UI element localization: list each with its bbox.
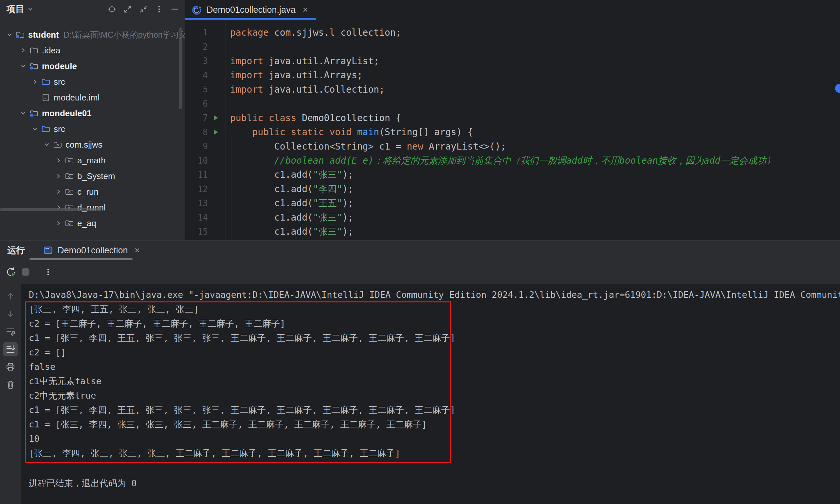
more-button[interactable] bbox=[153, 3, 166, 16]
chevron-down-icon[interactable] bbox=[30, 125, 40, 132]
tree-item-modeule[interactable]: modeule bbox=[0, 58, 185, 74]
tree-item-label: .idea bbox=[42, 46, 60, 56]
tree-item-label: src bbox=[54, 77, 65, 87]
line-number: 1 bbox=[185, 28, 208, 37]
tree-item-c_run[interactable]: c_run bbox=[0, 184, 185, 200]
code-line-1: 1package com.sjjws.l_collection; bbox=[185, 25, 840, 40]
tree-item-com.sjjws[interactable]: com.sjjws bbox=[0, 137, 185, 152]
line-number: 15 bbox=[185, 227, 208, 237]
chevron-right-icon[interactable] bbox=[54, 157, 64, 164]
project-tree-horizontal-scrollbar[interactable] bbox=[0, 208, 102, 211]
package-icon bbox=[52, 141, 64, 148]
clear-button[interactable] bbox=[3, 377, 18, 392]
locate-button[interactable] bbox=[105, 3, 119, 16]
scroll-to-end-button[interactable] bbox=[3, 342, 18, 356]
run-gutter-icon[interactable] bbox=[208, 114, 224, 122]
up-arrow-button[interactable] bbox=[3, 289, 18, 303]
tree-item-label: com.sjjws bbox=[66, 140, 103, 150]
editor-tab-demo01collection[interactable]: Demo01collection.java bbox=[185, 0, 316, 20]
line-number: 8 bbox=[185, 127, 208, 137]
code-line-12: 12 c1.add("李四"); bbox=[185, 182, 840, 196]
chevron-right-icon[interactable] bbox=[54, 220, 64, 227]
chevron-down-icon[interactable] bbox=[4, 31, 14, 38]
tree-item-src[interactable]: src bbox=[0, 121, 185, 137]
source-folder-icon bbox=[40, 78, 52, 86]
line-number: 5 bbox=[185, 85, 208, 94]
console-line: c1 = [张三, 李四, 王五, 张三, 张三, 张三, 王二麻子, 王二麻子… bbox=[29, 403, 840, 417]
toolbar-separator bbox=[37, 265, 37, 279]
console-line: c2中无元素true bbox=[29, 389, 840, 403]
tree-item-label: modeule.iml bbox=[54, 93, 100, 103]
run-console-body: D:\Java8\Java-17\bin\java.exe "-javaagen… bbox=[0, 284, 840, 504]
project-panel: 项目 studentD:\新桌面\MC小杨的python学习文.ideamode… bbox=[0, 0, 185, 240]
expand-all-button[interactable] bbox=[121, 3, 134, 16]
print-button[interactable] bbox=[3, 360, 18, 374]
run-tab-demo01collection[interactable]: Demo01collection bbox=[43, 246, 140, 256]
rerun-button[interactable] bbox=[4, 265, 18, 279]
package-icon bbox=[64, 172, 75, 180]
tree-item-path: D:\新桌面\MC小杨的python学习文 bbox=[64, 30, 185, 40]
tree-item-e_aq[interactable]: e_aq bbox=[0, 215, 185, 231]
tree-item-b_System[interactable]: b_System bbox=[0, 168, 185, 184]
tree-item-label: mondeule01 bbox=[42, 108, 92, 119]
console-line: c1 = [张三, 李四, 张三, 张三, 张三, 王二麻子, 王二麻子, 王二… bbox=[29, 417, 840, 432]
stop-button[interactable] bbox=[18, 265, 33, 279]
hide-button[interactable] bbox=[168, 3, 181, 16]
tree-item-label: a_math bbox=[77, 156, 106, 166]
code-editor[interactable]: 1package com.sjjws.l_collection;23import… bbox=[185, 20, 840, 240]
code-text: package com.sjjws.l_collection; bbox=[224, 27, 401, 38]
tree-item-label: c_run bbox=[77, 187, 99, 197]
chevron-right-icon[interactable] bbox=[54, 188, 64, 195]
package-icon bbox=[64, 188, 75, 196]
ide-window: 项目 studentD:\新桌面\MC小杨的python学习文.ideamode… bbox=[0, 0, 840, 504]
close-icon[interactable] bbox=[134, 247, 140, 254]
console-line: false bbox=[29, 360, 840, 374]
chevron-down-icon[interactable] bbox=[27, 5, 34, 13]
file-icon bbox=[40, 94, 52, 102]
line-number: 12 bbox=[185, 184, 208, 194]
collapse-all-button[interactable] bbox=[137, 3, 150, 16]
tree-item-label: src bbox=[54, 124, 65, 134]
console-gutter-toolbar bbox=[0, 284, 21, 504]
tree-item-modeule.iml[interactable]: modeule.iml bbox=[0, 90, 185, 105]
more-button[interactable] bbox=[41, 265, 55, 279]
project-tree-vertical-scrollbar[interactable] bbox=[179, 28, 182, 109]
tree-item-label: modeule bbox=[42, 61, 77, 71]
tree-item-d_runnl[interactable]: d_runnl bbox=[0, 200, 185, 215]
expand-all-icon bbox=[123, 5, 132, 14]
run-gutter-icon[interactable] bbox=[208, 129, 224, 136]
project-tree: studentD:\新桌面\MC小杨的python学习文.ideamodeule… bbox=[0, 18, 185, 240]
editor-tab-bar: Demo01collection.java bbox=[185, 0, 840, 20]
console-line: c1 = [张三, 李四, 王五, 张三, 张三, 张三, 王二麻子, 王二麻子… bbox=[29, 331, 840, 345]
chevron-down-icon[interactable] bbox=[42, 141, 52, 148]
module-folder-icon bbox=[28, 62, 40, 70]
chevron-down-icon[interactable] bbox=[18, 110, 28, 117]
line-number: 13 bbox=[185, 198, 208, 208]
chevron-down-icon[interactable] bbox=[18, 62, 28, 70]
soft-wrap-button[interactable] bbox=[3, 324, 18, 339]
code-line-2: 2 bbox=[185, 40, 840, 54]
console-line: [张三, 李四, 张三, 张三, 张三, 王二麻子, 王二麻子, 王二麻子, 王… bbox=[29, 446, 840, 461]
code-text: c1.add("张三"); bbox=[224, 226, 353, 238]
close-icon[interactable] bbox=[302, 6, 309, 13]
run-panel-title: 运行 bbox=[7, 245, 25, 256]
code-line-3: 3import java.util.ArrayList; bbox=[185, 54, 840, 68]
chevron-right-icon[interactable] bbox=[54, 173, 64, 180]
chevron-right-icon[interactable] bbox=[18, 47, 28, 54]
code-text: Collection<String> c1 = new ArrayList<>(… bbox=[224, 141, 506, 152]
down-arrow-button[interactable] bbox=[3, 307, 18, 321]
tree-item-mondeule01[interactable]: mondeule01 bbox=[0, 105, 185, 121]
active-tab-underline bbox=[185, 18, 316, 20]
console-line: 10 bbox=[29, 432, 840, 446]
module-folder-icon bbox=[28, 109, 40, 117]
tree-item-.idea[interactable]: .idea bbox=[0, 42, 185, 58]
console-output[interactable]: D:\Java8\Java-17\bin\java.exe "-javaagen… bbox=[21, 284, 840, 504]
code-line-7: 7public class Demo01collection { bbox=[185, 111, 840, 125]
tree-item-student[interactable]: studentD:\新桌面\MC小杨的python学习文 bbox=[0, 27, 185, 42]
tree-item-a_math[interactable]: a_math bbox=[0, 152, 185, 168]
chevron-right-icon[interactable] bbox=[30, 78, 40, 86]
code-line-14: 14 c1.add("张三"); bbox=[185, 211, 840, 225]
tree-item-src[interactable]: src bbox=[0, 74, 185, 90]
line-number: 11 bbox=[185, 170, 208, 180]
code-text: //boolean add(E e)：将给定的元素添加到当前集合中（我们一般调a… bbox=[224, 155, 775, 167]
